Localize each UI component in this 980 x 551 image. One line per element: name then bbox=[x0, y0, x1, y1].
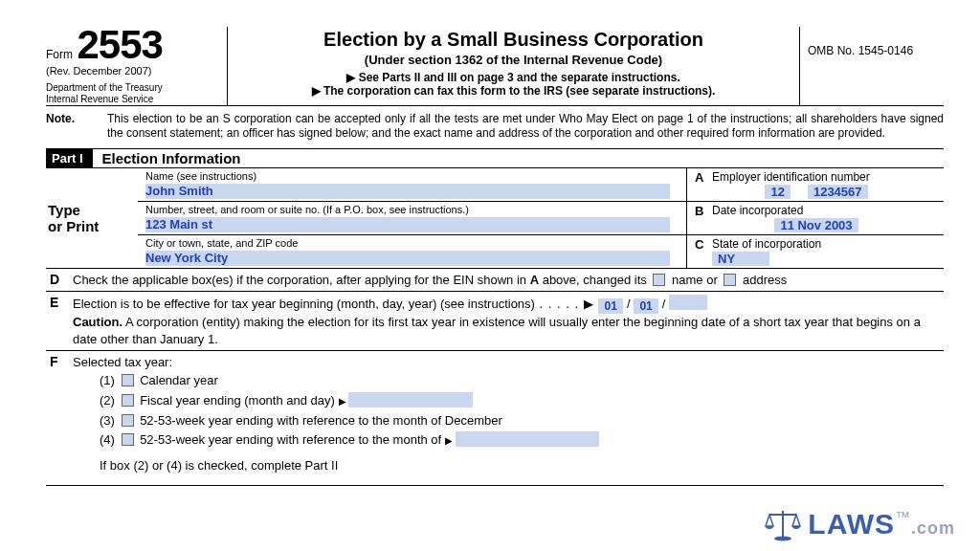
date-inc-label: Date incorporated bbox=[712, 204, 803, 218]
note-row: Note. This election to be an S corporati… bbox=[46, 106, 944, 149]
checkbox-5253-other[interactable] bbox=[122, 433, 134, 446]
name-field[interactable]: John Smith bbox=[145, 184, 670, 199]
note-text: This election to be an S corporation can… bbox=[107, 112, 944, 141]
scales-icon bbox=[764, 507, 802, 541]
letter-e: E bbox=[46, 295, 73, 310]
omb-number: OMB No. 1545-0146 bbox=[808, 44, 913, 57]
state-inc-label: State of incorporation bbox=[712, 237, 821, 252]
caution-text: A corporation (entity) making the electi… bbox=[73, 315, 921, 346]
part-title: Election Information bbox=[93, 149, 241, 167]
address-label: Number, street, and room or suite no. (I… bbox=[145, 204, 680, 215]
form-subtitle: (Under section 1362 of the Internal Reve… bbox=[234, 53, 793, 67]
type-or-print: Type or Print bbox=[46, 168, 138, 268]
part-i-bar: Part I Election Information bbox=[46, 149, 944, 168]
row-d: D Check the applicable box(es) if the co… bbox=[46, 269, 944, 293]
state-inc-cell: C State of incorporation NY bbox=[687, 235, 944, 268]
header-right: OMB No. 1545-0146 bbox=[800, 27, 944, 105]
effective-month[interactable]: 01 bbox=[598, 298, 623, 314]
address-field[interactable]: 123 Main st bbox=[145, 217, 670, 232]
checkbox-name-change[interactable] bbox=[653, 274, 665, 286]
address-cell: Number, street, and room or suite no. (I… bbox=[138, 202, 686, 235]
checkbox-calendar-year[interactable] bbox=[122, 374, 134, 386]
form-word: Form bbox=[46, 48, 73, 61]
watermark: LAWS™.com bbox=[764, 507, 955, 541]
selected-tax-year-head: Selected tax year: bbox=[73, 354, 944, 371]
city-field[interactable]: New York City bbox=[145, 251, 670, 266]
tax-year-options: (1) Calendar year (2) Fiscal year ending… bbox=[73, 371, 944, 451]
ein-cell: A Employer identification number 12 1234… bbox=[687, 168, 944, 202]
effective-year[interactable] bbox=[669, 295, 707, 310]
watermark-text: LAWS™.com bbox=[808, 508, 955, 540]
row-e-text: Election is to be effective for tax year… bbox=[73, 295, 944, 347]
see-instructions: See Parts II and III on page 3 and the s… bbox=[234, 71, 793, 84]
letter-d: D bbox=[46, 272, 73, 287]
date-inc-field[interactable]: 11 Nov 2003 bbox=[774, 218, 858, 232]
form-header: Form 2553 (Rev. December 2007) Departmen… bbox=[46, 27, 944, 106]
checkbox-5253-december[interactable] bbox=[122, 414, 134, 427]
checkbox-fiscal-year[interactable] bbox=[122, 394, 134, 407]
ein-suffix[interactable]: 1234567 bbox=[808, 185, 868, 199]
state-inc-field[interactable]: NY bbox=[712, 252, 769, 266]
row-e: E Election is to be effective for tax ye… bbox=[46, 292, 944, 350]
name-label: Name (see instructions) bbox=[145, 170, 680, 182]
name-address-column: Name (see instructions) John Smith Numbe… bbox=[138, 168, 687, 268]
row-f: F Selected tax year: (1) Calendar year (… bbox=[46, 350, 944, 479]
department: Department of the Treasury Internal Reve… bbox=[46, 82, 221, 105]
header-center: Election by a Small Business Corporation… bbox=[228, 27, 800, 105]
caution-label: Caution. bbox=[73, 315, 122, 329]
date-inc-cell: B Date incorporated 11 Nov 2003 bbox=[687, 202, 944, 235]
part-ii-instruction: If box (2) or (4) is checked, complete P… bbox=[73, 451, 944, 476]
header-left: Form 2553 (Rev. December 2007) Departmen… bbox=[46, 27, 228, 105]
form-number: 2553 bbox=[77, 27, 162, 63]
checkbox-address-change[interactable] bbox=[724, 274, 736, 286]
ein-prefix[interactable]: 12 bbox=[765, 185, 790, 199]
part-tag: Part I bbox=[46, 149, 93, 167]
effective-day[interactable]: 01 bbox=[634, 298, 658, 314]
bottom-rule bbox=[46, 485, 944, 486]
ein-value[interactable]: 12 1234567 bbox=[695, 185, 938, 199]
letter-a: A bbox=[695, 170, 712, 185]
right-column: A Employer identification number 12 1234… bbox=[687, 168, 944, 268]
row-f-body: Selected tax year: (1) Calendar year (2)… bbox=[73, 354, 944, 476]
svg-point-2 bbox=[774, 537, 791, 541]
fiscal-year-ending-field[interactable] bbox=[348, 392, 473, 408]
form-title: Election by a Small Business Corporation bbox=[234, 29, 793, 51]
row-d-text: Check the applicable box(es) if the corp… bbox=[73, 272, 944, 289]
city-label: City or town, state, and ZIP code bbox=[145, 237, 680, 249]
letter-b: B bbox=[695, 204, 712, 218]
5253-month-field[interactable] bbox=[456, 431, 599, 447]
revision-date: (Rev. December 2007) bbox=[46, 65, 221, 77]
city-cell: City or town, state, and ZIP code New Yo… bbox=[138, 235, 686, 268]
letter-c: C bbox=[695, 237, 712, 252]
note-label: Note. bbox=[46, 112, 107, 141]
letter-f: F bbox=[46, 354, 73, 369]
election-info-grid: Type or Print Name (see instructions) Jo… bbox=[46, 168, 944, 269]
fax-instructions: The corporation can fax this form to the… bbox=[234, 84, 793, 98]
ein-label: Employer identification number bbox=[712, 170, 870, 185]
name-cell: Name (see instructions) John Smith bbox=[138, 168, 686, 202]
form-2553: Form 2553 (Rev. December 2007) Departmen… bbox=[0, 0, 980, 486]
